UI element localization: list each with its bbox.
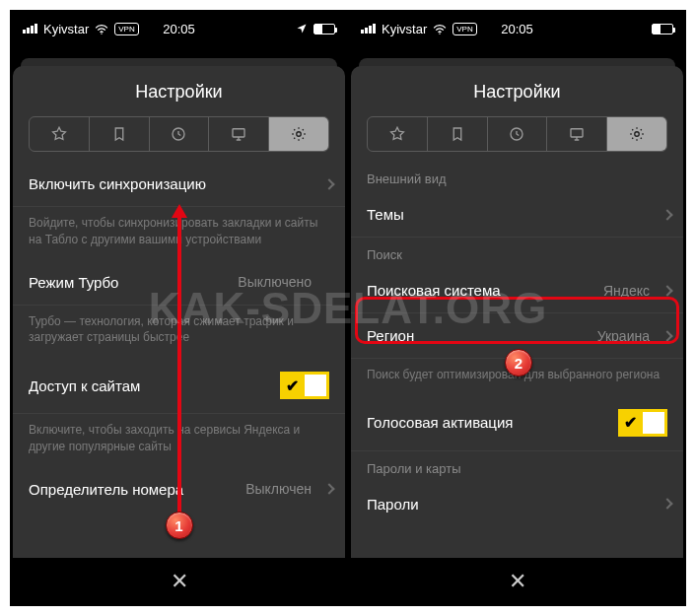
row-label: Пароли bbox=[367, 496, 419, 513]
row-label: Темы bbox=[367, 206, 404, 223]
row-label: Доступ к сайтам bbox=[29, 377, 140, 394]
chevron-right-icon bbox=[661, 499, 672, 510]
tab-favorites[interactable] bbox=[30, 117, 90, 151]
tab-history[interactable] bbox=[150, 117, 210, 151]
settings-card: Настройки Внешний вид bbox=[351, 66, 683, 605]
vpn-badge: VPN bbox=[452, 23, 476, 35]
status-bar: Kyivstar VPN 20:05 bbox=[11, 11, 347, 46]
step-number: 1 bbox=[174, 517, 182, 534]
battery-icon bbox=[652, 24, 673, 34]
page-title: Настройки bbox=[13, 66, 345, 116]
close-icon: ✕ bbox=[171, 569, 188, 594]
tab-display[interactable] bbox=[209, 117, 269, 151]
row-value: Выключен bbox=[245, 481, 312, 497]
svg-rect-6 bbox=[571, 129, 583, 137]
display-icon bbox=[230, 125, 247, 143]
chevron-right-icon bbox=[661, 285, 672, 296]
tab-favorites[interactable] bbox=[368, 117, 428, 151]
svg-point-0 bbox=[102, 33, 103, 34]
carrier-label: Kyivstar bbox=[382, 22, 427, 36]
toggle-site-access[interactable]: ✔ bbox=[280, 372, 329, 399]
annotation-arrow-line bbox=[177, 217, 181, 513]
annotation-arrow-head bbox=[172, 204, 187, 218]
close-icon: ✕ bbox=[509, 569, 526, 594]
display-icon bbox=[568, 125, 586, 143]
row-label: Поисковая система bbox=[367, 282, 501, 299]
carrier-label: Kyivstar bbox=[43, 22, 89, 36]
row-passwords[interactable]: Пароли bbox=[351, 482, 683, 526]
clock: 20:05 bbox=[163, 22, 195, 36]
step-number: 2 bbox=[515, 355, 522, 372]
tab-history[interactable] bbox=[488, 117, 548, 151]
tab-bookmarks[interactable] bbox=[428, 117, 488, 151]
svg-rect-2 bbox=[233, 129, 244, 137]
wifi-icon bbox=[95, 24, 108, 34]
check-icon: ✔ bbox=[618, 413, 643, 432]
bookmark-icon bbox=[449, 125, 466, 143]
section-passwords: Пароли и карты bbox=[351, 451, 683, 482]
svg-point-7 bbox=[635, 132, 640, 137]
row-themes[interactable]: Темы bbox=[351, 192, 683, 238]
history-icon bbox=[508, 125, 525, 143]
close-button[interactable]: ✕ bbox=[351, 558, 683, 605]
row-value: Выключено bbox=[238, 274, 312, 290]
toggle-knob bbox=[643, 412, 664, 434]
row-value: Украина bbox=[597, 328, 650, 344]
step-badge-2: 2 bbox=[505, 349, 532, 376]
page-title: Настройки bbox=[351, 66, 683, 116]
svg-point-3 bbox=[297, 132, 302, 137]
vpn-badge: VPN bbox=[114, 23, 138, 35]
clock: 20:05 bbox=[501, 22, 533, 36]
star-icon bbox=[50, 125, 68, 143]
row-label: Регион bbox=[367, 327, 414, 344]
tab-display[interactable] bbox=[547, 117, 607, 151]
chevron-right-icon bbox=[661, 209, 672, 220]
section-appearance: Внешний вид bbox=[351, 162, 683, 192]
status-bar: Kyivstar VPN 20:05 bbox=[349, 11, 685, 46]
toggle-knob bbox=[305, 375, 326, 396]
phone-left: Kyivstar VPN 20:05 Настройки bbox=[11, 11, 347, 605]
check-icon: ✔ bbox=[280, 376, 305, 395]
row-label: Определитель номера bbox=[29, 481, 183, 498]
tab-settings[interactable] bbox=[607, 117, 666, 151]
tab-settings[interactable] bbox=[269, 117, 328, 151]
battery-icon bbox=[313, 24, 335, 34]
signal-icon bbox=[23, 24, 37, 34]
row-label: Включить синхронизацию bbox=[29, 175, 206, 192]
row-voice-activation[interactable]: Голосовая активация ✔ bbox=[351, 395, 683, 451]
location-icon bbox=[296, 23, 308, 34]
bookmark-icon bbox=[110, 125, 128, 143]
settings-tabbar bbox=[367, 116, 667, 152]
svg-point-4 bbox=[440, 33, 441, 34]
gear-icon bbox=[290, 125, 308, 143]
row-search-engine[interactable]: Поисковая система Яндекс bbox=[351, 268, 683, 313]
gear-icon bbox=[628, 125, 646, 143]
row-label: Режим Турбо bbox=[29, 274, 118, 291]
settings-tabbar bbox=[29, 116, 329, 152]
chevron-right-icon bbox=[661, 330, 672, 341]
star-icon bbox=[388, 125, 406, 143]
signal-icon bbox=[361, 24, 376, 34]
row-value: Яндекс bbox=[603, 283, 650, 299]
chevron-right-icon bbox=[323, 178, 334, 189]
toggle-voice[interactable]: ✔ bbox=[618, 409, 667, 437]
wifi-icon bbox=[433, 24, 447, 34]
phone-right: Kyivstar VPN 20:05 Настройки bbox=[349, 11, 685, 605]
history-icon bbox=[170, 125, 187, 143]
chevron-right-icon bbox=[323, 484, 334, 495]
close-button[interactable]: ✕ bbox=[13, 558, 345, 605]
tab-bookmarks[interactable] bbox=[90, 117, 150, 151]
section-search: Поиск bbox=[351, 238, 683, 268]
step-badge-1: 1 bbox=[166, 512, 193, 539]
row-label: Голосовая активация bbox=[367, 414, 513, 431]
row-sync[interactable]: Включить синхронизацию bbox=[13, 162, 345, 207]
